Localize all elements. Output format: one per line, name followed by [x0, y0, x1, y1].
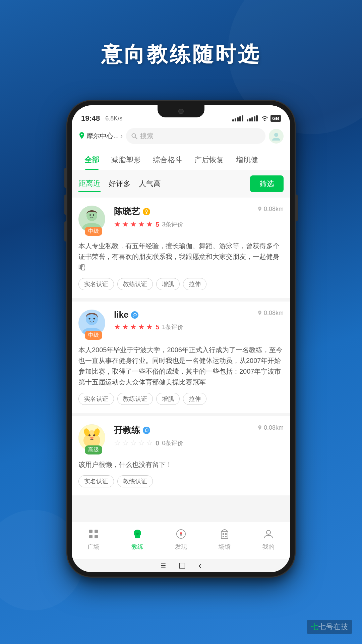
svg-point-13 [89, 318, 90, 320]
coach-card-3[interactable]: 高级 孖教练 ☆☆☆☆☆ [72, 416, 290, 495]
svg-point-23 [93, 434, 95, 436]
tag-muscle-2: 增肌 [156, 393, 180, 405]
back-button[interactable]: ≡ [161, 560, 166, 571]
svg-point-15 [134, 313, 136, 316]
location-pin-icon [78, 132, 85, 140]
svg-line-26 [145, 431, 146, 432]
person-icon [262, 527, 275, 541]
status-time: 19:48 [81, 114, 100, 123]
tag-coach-cert-2: 教练认证 [117, 393, 153, 405]
filter-bar: 距离近 好评多 人气高 筛选 [72, 170, 290, 198]
network-badge: GB [270, 115, 281, 122]
svg-point-25 [145, 429, 148, 431]
recent-button[interactable]: ‹ [198, 560, 201, 571]
stars-row-1: ★★★★★ 5 3条评价 [114, 220, 252, 229]
svg-point-6 [89, 214, 91, 216]
nav-label-venue: 场馆 [219, 543, 231, 551]
tag-real-name-2: 实名认证 [78, 393, 114, 405]
nav-label-discover: 发现 [175, 543, 187, 551]
coach-level-1: 中级 [85, 227, 102, 236]
user-icon [271, 131, 281, 141]
phone-notch [158, 105, 204, 117]
watermark: 七七号在技 [307, 620, 352, 634]
home-button[interactable]: □ [179, 560, 185, 571]
coach-distance-2: 0.08km [257, 310, 284, 317]
stars-row-3: ☆☆☆☆☆ 0 0条评价 [114, 439, 252, 447]
filter-distance[interactable]: 距离近 [78, 176, 101, 192]
filter-popular[interactable]: 人气高 [139, 176, 161, 192]
distance-pin-icon-2 [257, 311, 262, 316]
svg-point-8 [145, 210, 148, 212]
svg-line-16 [133, 316, 134, 317]
user-avatar-button[interactable] [269, 129, 284, 144]
tag-stretch: 拉伸 [183, 278, 206, 290]
screen-button[interactable]: 筛选 [250, 175, 284, 192]
distance-pin-icon [257, 207, 262, 212]
status-speed: 6.8K/s [105, 115, 122, 122]
coach-desc-2: 本人2005年毕业于宁波大学，2006年正式入行成为了一名教练，至今也一直从事在… [78, 344, 284, 387]
coach-avatar-2: 中级 [78, 310, 109, 340]
svg-rect-28 [95, 530, 98, 533]
gender-icon-1 [143, 208, 150, 215]
tab-mma[interactable]: 综合格斗 [147, 148, 188, 170]
coach-distance-3: 0.08km [257, 424, 284, 431]
coach-list: 中级 陈晓艺 ★★★★★ [72, 198, 290, 522]
nav-square[interactable]: 广场 [77, 527, 110, 551]
coach-level-3: 高级 [85, 445, 102, 454]
nav-label-square: 广场 [87, 543, 100, 551]
svg-point-3 [274, 133, 278, 137]
coach-card-1[interactable]: 中级 陈晓艺 ★★★★★ [72, 198, 290, 302]
coach-desc-3: 该用户很懒，什么也没有留下！ [78, 459, 284, 470]
gender-icon-2 [131, 311, 138, 319]
filter-rating[interactable]: 好评多 [109, 176, 131, 192]
coach-tags-1: 实名认证 教练认证 增肌 拉伸 [78, 278, 284, 290]
svg-rect-37 [225, 533, 227, 535]
nav-label-coach: 教练 [131, 543, 143, 551]
gender-icon-3 [143, 427, 150, 434]
tag-coach-cert: 教练认证 [117, 278, 153, 290]
page-title: 意向教练随时选 [0, 40, 362, 68]
svg-point-7 [93, 214, 94, 216]
svg-point-40 [266, 530, 270, 534]
nav-discover[interactable]: 发现 [164, 527, 198, 551]
tab-fat-loss[interactable]: 减脂塑形 [105, 148, 147, 170]
coach-name-3: 孖教练 [114, 424, 140, 436]
search-input[interactable]: 搜索 [126, 128, 265, 144]
svg-point-0 [264, 120, 265, 121]
svg-point-22 [88, 434, 90, 436]
svg-rect-27 [89, 530, 93, 533]
svg-rect-38 [223, 536, 224, 537]
coach-tags-2: 实名认证 教练认证 增肌 拉伸 [78, 393, 284, 405]
svg-line-2 [135, 137, 137, 139]
tab-postpartum[interactable]: 产后恢复 [188, 148, 230, 170]
phone-mockup: 19:48 6.8K/s [67, 101, 295, 577]
home-indicator: ≡ □ ‹ [72, 559, 290, 572]
nav-coach[interactable]: 教练 [121, 527, 154, 551]
nav-profile[interactable]: 我的 [252, 527, 285, 551]
location-button[interactable]: 摩尔中心... › [78, 131, 123, 141]
coach-distance-1: 0.08km [257, 206, 284, 213]
tag-muscle: 增肌 [156, 278, 180, 290]
tab-all[interactable]: 全部 [78, 148, 105, 170]
square-icon [87, 527, 100, 541]
svg-rect-39 [225, 536, 227, 537]
camera [178, 109, 184, 114]
coach-name-2: like [114, 310, 128, 320]
building-icon [218, 527, 231, 541]
nav-venue[interactable]: 场馆 [208, 527, 241, 551]
svg-rect-29 [89, 535, 93, 538]
coach-tags-3: 实名认证 教练认证 [78, 475, 284, 487]
coach-card-2[interactable]: 中级 like ★★★★★ [72, 302, 290, 416]
tag-coach-cert-3: 教练认证 [117, 475, 153, 487]
svg-point-14 [94, 318, 95, 320]
signal-icon2 [247, 115, 258, 121]
coach-avatar-1: 中级 [78, 206, 109, 236]
distance-pin-icon-3 [257, 425, 262, 431]
compass-icon [174, 527, 188, 541]
svg-rect-36 [223, 533, 224, 535]
wifi-icon [261, 115, 268, 121]
tag-real-name-3: 实名认证 [78, 475, 114, 487]
coach-desc-1: 本人专业私教，有五年经验，擅长瑜伽、舞蹈、游泳等，曾获得多个证书荣誉，有喜欢的朋… [78, 240, 284, 273]
svg-rect-35 [221, 531, 228, 539]
tab-muscle[interactable]: 增肌健 [230, 148, 264, 170]
